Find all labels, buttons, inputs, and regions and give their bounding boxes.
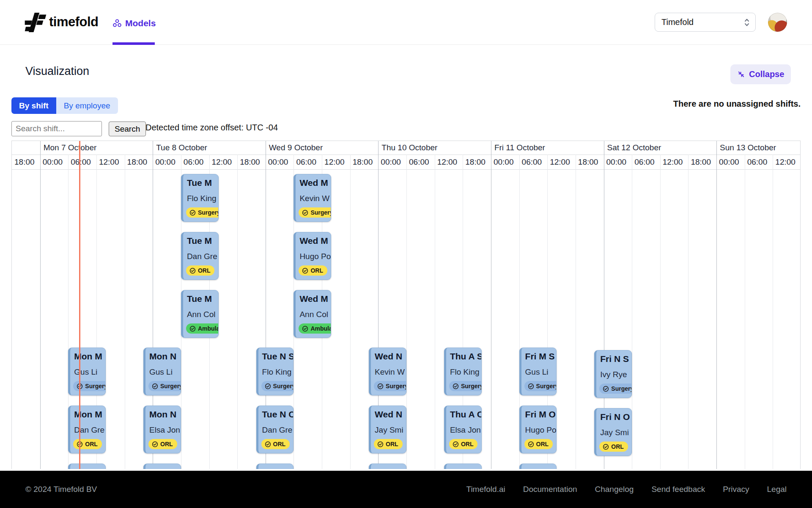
shift-employee: Jay Smi (375, 425, 406, 435)
shift-card[interactable]: Tue MAnn ColAmbula (181, 290, 219, 338)
shift-badge: Surgery (148, 381, 181, 391)
shift-card-partial[interactable] (68, 464, 106, 469)
tick-label: 00:00 (606, 157, 627, 167)
shift-card-partial[interactable] (143, 464, 181, 469)
shift-card[interactable]: Wed NJay SmiORL (369, 406, 406, 453)
footer-link[interactable]: Documentation (523, 485, 577, 494)
grid-tick-line (435, 155, 435, 469)
badge-check-icon (265, 383, 271, 389)
footer-link[interactable]: Timefold.ai (466, 485, 505, 494)
shift-card[interactable]: Wed NKevin WSurgery (369, 348, 406, 395)
grid-day-line (40, 141, 41, 469)
tick-label: 06:00 (409, 157, 429, 167)
shift-card[interactable]: Fri N OJay SmiORL (594, 408, 632, 456)
now-line (79, 141, 80, 469)
grid-tick-line (237, 155, 238, 469)
shift-card[interactable]: Mon MDan GreORL (68, 406, 106, 453)
shift-card[interactable]: Wed MAnn ColAmbula (294, 290, 331, 338)
shift-employee: Jay Smi (600, 428, 631, 437)
grid-tick-line (576, 155, 576, 469)
page-title: Visualization (25, 65, 89, 78)
nav-item-models[interactable]: Models (112, 16, 156, 30)
search-input[interactable] (11, 121, 102, 136)
shift-card[interactable]: Mon NGus LiSurgery (143, 348, 181, 395)
tick-label: 12:00 (212, 157, 232, 167)
badge-check-icon (302, 268, 308, 274)
grid-tick-line (125, 155, 125, 469)
shift-badge-label: Surgery (85, 383, 106, 389)
timeline-grid: 18:00Mon 7 October00:0006:0012:0018:00Tu… (11, 141, 801, 469)
shift-card[interactable]: Thu A SFlo KingSurgery (444, 348, 482, 395)
search-button[interactable]: Search (109, 121, 146, 136)
day-header: Sun 13 October (720, 143, 776, 152)
app-root: timefold Models Timefold Visualization C… (0, 0, 812, 508)
footer-link[interactable]: Legal (767, 485, 787, 494)
shift-title: Wed M (299, 178, 331, 188)
shift-badge: ORL (186, 265, 215, 276)
shift-badge: Surgery (524, 381, 557, 391)
timezone-note: Detected time zone offset: UTC -04 (145, 123, 278, 133)
shift-employee: Dan Gre (262, 425, 294, 435)
shift-card[interactable]: Wed MKevin WSurgery (294, 174, 331, 222)
shift-employee: Gus Li (525, 367, 557, 377)
shift-badge-label: Surgery (386, 383, 406, 389)
shift-badge-label: ORL (160, 441, 173, 447)
shift-card[interactable]: Fri N SIvy RyeSurgery (594, 350, 632, 398)
shift-badge-label: Surgery (461, 383, 482, 389)
shift-badge-label: Surgery (536, 383, 557, 389)
shift-card[interactable]: Tue MFlo KingSurgery (181, 174, 219, 222)
footer-links: Timefold.aiDocumentationChangelogSend fe… (466, 485, 787, 494)
tick-label: 18:00 (465, 157, 486, 167)
tick-label: 00:00 (494, 157, 514, 167)
badge-check-icon (302, 210, 308, 216)
badge-check-icon (265, 441, 271, 447)
shift-card[interactable]: Tue N SFlo KingSurgery (256, 348, 294, 395)
tick-label: 06:00 (71, 157, 91, 167)
footer-link[interactable]: Privacy (723, 485, 749, 494)
shift-card[interactable]: Mon MGus LiSurgery (68, 348, 106, 395)
footer-link[interactable]: Send feedback (651, 485, 705, 494)
tab-by-shift[interactable]: By shift (11, 97, 56, 114)
tick-label: 12:00 (550, 157, 570, 167)
tick-label: 12:00 (99, 157, 119, 167)
tick-label: 18:00 (240, 157, 260, 167)
shift-card[interactable]: Thu A OElsa JonORL (444, 406, 482, 453)
grid-tick-line (406, 155, 407, 469)
shift-employee: Flo King (450, 367, 481, 377)
shift-badge-label: Surgery (160, 383, 181, 389)
avatar[interactable] (768, 13, 787, 32)
shift-card-partial[interactable] (369, 464, 406, 469)
shift-title: Thu A S (450, 351, 481, 362)
workspace-select[interactable]: Timefold (655, 13, 756, 32)
tick-label: 06:00 (184, 157, 204, 167)
shift-badge-label: Surgery (611, 385, 632, 392)
footer-copyright: © 2024 Timefold BV (25, 485, 97, 494)
brand-name: timefold (49, 14, 99, 30)
nav-item-label: Models (125, 18, 156, 28)
shift-card[interactable]: Fri M SGus LiSurgery (519, 348, 557, 395)
shift-card[interactable]: Mon NElsa JonORL (143, 406, 181, 453)
shift-badge: Surgery (599, 384, 632, 394)
shift-card-partial[interactable] (519, 464, 557, 469)
shift-card-partial[interactable] (256, 464, 294, 469)
shift-card-partial[interactable] (444, 464, 482, 469)
shift-employee: Gus Li (149, 367, 181, 377)
shift-title: Wed M (299, 294, 331, 304)
shift-employee: Kevin W (299, 194, 331, 203)
shift-card[interactable]: Tue MDan GreORL (181, 232, 219, 280)
tick-label: 00:00 (719, 157, 739, 167)
shift-card[interactable]: Fri M OHugo PoORL (519, 406, 557, 453)
footer-link[interactable]: Changelog (595, 485, 634, 494)
shift-card[interactable]: Wed MHugo PoORL (294, 232, 331, 280)
shift-card[interactable]: Tue N ODan GreORL (256, 406, 294, 453)
tick-label: 12:00 (663, 157, 683, 167)
tab-by-employee[interactable]: By employee (56, 97, 118, 114)
collapse-button[interactable]: Collapse (730, 64, 791, 84)
collapse-icon (737, 70, 745, 78)
shift-title: Tue M (187, 236, 218, 246)
shift-badge-label: ORL (273, 441, 286, 447)
shift-employee: Dan Gre (187, 252, 218, 261)
tick-label: 12:00 (775, 157, 796, 167)
grid-day-line (491, 141, 491, 469)
badge-check-icon (603, 386, 609, 392)
